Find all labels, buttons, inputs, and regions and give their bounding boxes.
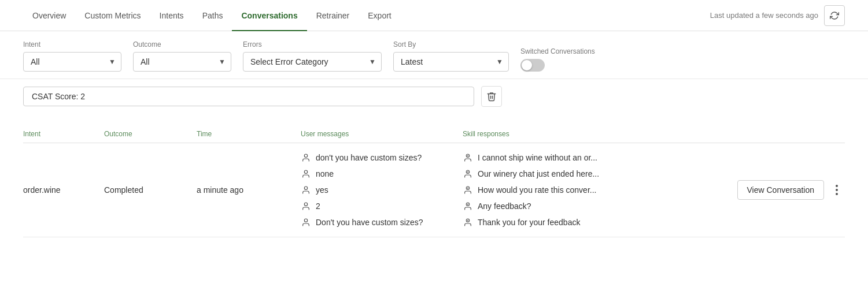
svg-point-14 [467, 220, 468, 221]
nav-item-paths[interactable]: Paths [193, 0, 232, 31]
svg-point-12 [467, 204, 468, 205]
svg-point-10 [467, 188, 468, 189]
cell-user-messages: don't you have custom sizes? none [301, 152, 463, 227]
user-icon-2 [301, 169, 311, 179]
skill-response-4: Any feedback? [463, 201, 845, 211]
table-header: Intent Outcome Time User messages Skill … [23, 123, 845, 143]
nav-item-export[interactable]: Export [359, 0, 400, 31]
sort-filter-group: Sort By Latest ▼ [393, 40, 509, 72]
table-row: order.wine Completed a minute ago don't … [23, 143, 845, 237]
bot-icon-4 [463, 201, 473, 211]
svg-point-17 [836, 193, 838, 195]
errors-filter-group: Errors Select Error Category ▼ [243, 40, 382, 72]
cell-intent: order.wine [23, 185, 104, 195]
svg-point-15 [836, 185, 838, 187]
csat-badge: CSAT Score: 2 [23, 87, 474, 106]
cell-time: a minute ago [197, 185, 301, 195]
table-container: Intent Outcome Time User messages Skill … [0, 123, 868, 237]
switched-toggle[interactable] [520, 59, 545, 72]
intent-filter-label: Intent [23, 40, 121, 48]
nav-item-custom-metrics[interactable]: Custom Metrics [75, 0, 150, 31]
errors-select[interactable]: Select Error Category [243, 52, 382, 72]
svg-point-3 [304, 203, 307, 206]
svg-point-0 [304, 154, 307, 157]
view-conversation-button[interactable]: View Conversation [737, 180, 824, 200]
outcome-filter-label: Outcome [133, 40, 231, 48]
user-message-5: Don't you have custom sizes? [301, 217, 463, 227]
nav-item-retrainer[interactable]: Retrainer [307, 0, 359, 31]
skill-response-5: Thank you for your feedback [463, 217, 845, 227]
bot-icon-2 [463, 169, 473, 179]
user-icon-4 [301, 201, 311, 211]
app-container: Overview Custom Metrics Intents Paths Co… [0, 0, 868, 291]
user-message-2-text: none [316, 169, 334, 178]
intent-select-wrapper: All ▼ [23, 52, 121, 72]
outcome-select[interactable]: All [133, 52, 231, 72]
svg-point-16 [836, 189, 838, 191]
user-message-5-text: Don't you have custom sizes? [316, 218, 423, 227]
more-options-button[interactable] [829, 182, 845, 198]
user-message-1: don't you have custom sizes? [301, 152, 463, 163]
col-header-time: Time [197, 130, 301, 138]
user-message-1-text: don't you have custom sizes? [316, 153, 422, 162]
refresh-icon [830, 11, 839, 20]
trash-icon [486, 91, 497, 102]
last-column: I cannot ship wine without an or... Our … [463, 152, 845, 227]
errors-filter-label: Errors [243, 40, 382, 48]
sort-select-wrapper: Latest ▼ [393, 52, 509, 72]
bot-icon-5 [463, 217, 473, 227]
ellipsis-icon [836, 185, 838, 195]
skill-response-2-text: Our winery chat just ended here... [478, 169, 599, 178]
skill-response-4-text: Any feedback? [478, 202, 531, 211]
col-header-outcome: Outcome [104, 130, 197, 138]
svg-point-6 [467, 155, 468, 156]
svg-point-2 [304, 186, 307, 189]
skill-response-1: I cannot ship wine without an or... [463, 152, 845, 163]
outcome-filter-group: Outcome All ▼ [133, 40, 231, 72]
bot-icon-3 [463, 185, 473, 195]
col-header-skill-responses: Skill responses [463, 130, 845, 138]
nav-bar: Overview Custom Metrics Intents Paths Co… [0, 0, 868, 31]
user-message-3-text: yes [316, 185, 328, 195]
outcome-select-wrapper: All ▼ [133, 52, 231, 72]
sort-filter-label: Sort By [393, 40, 509, 48]
user-message-2: none [301, 169, 463, 179]
filters-row: Intent All ▼ Outcome All ▼ Errors Select [0, 31, 868, 79]
svg-point-4 [304, 219, 307, 222]
user-message-4-text: 2 [316, 202, 320, 211]
col-header-user-messages: User messages [301, 130, 463, 138]
delete-filter-button[interactable] [481, 86, 502, 107]
row-actions: View Conversation [737, 180, 845, 200]
user-icon-1 [301, 152, 311, 163]
bot-icon-1 [463, 152, 473, 163]
nav-item-overview[interactable]: Overview [23, 0, 75, 31]
user-icon-5 [301, 217, 311, 227]
intent-select[interactable]: All [23, 52, 121, 72]
intent-filter-group: Intent All ▼ [23, 40, 121, 72]
skill-response-2: Our winery chat just ended here... [463, 169, 845, 179]
sort-select[interactable]: Latest [393, 52, 509, 72]
svg-point-8 [467, 171, 468, 173]
skill-response-5-text: Thank you for your feedback [478, 218, 580, 227]
csat-row: CSAT Score: 2 [0, 79, 868, 114]
user-message-3: yes [301, 185, 463, 195]
user-icon-3 [301, 185, 311, 195]
errors-select-wrapper: Select Error Category ▼ [243, 52, 382, 72]
svg-point-1 [304, 170, 307, 173]
refresh-button[interactable] [824, 5, 845, 26]
switched-label: Switched Conversations [520, 47, 595, 55]
col-header-intent: Intent [23, 130, 104, 138]
skill-response-3-text: How would you rate this conver... [478, 185, 596, 195]
nav-item-intents[interactable]: Intents [150, 0, 193, 31]
user-message-4: 2 [301, 201, 463, 211]
skill-response-1-text: I cannot ship wine without an or... [478, 153, 597, 162]
cell-outcome: Completed [104, 185, 197, 195]
switched-group: Switched Conversations [520, 47, 595, 72]
nav-item-conversations[interactable]: Conversations [232, 0, 306, 31]
last-updated-text: Last updated a few seconds ago [710, 11, 818, 20]
